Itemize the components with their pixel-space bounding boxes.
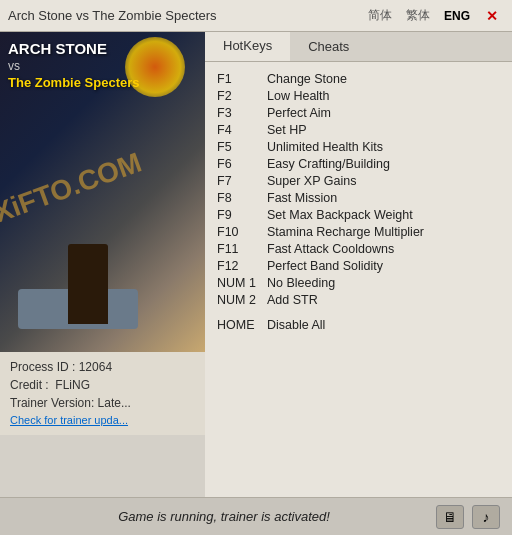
home-hotkey-item: HOMEDisable All bbox=[217, 316, 500, 333]
music-icon-button[interactable]: ♪ bbox=[472, 505, 500, 529]
hotkey-action: Fast Mission bbox=[267, 191, 337, 205]
home-key: HOME bbox=[217, 318, 267, 332]
info-panel: Process ID : 12064 Credit : FLiNG Traine… bbox=[0, 352, 205, 435]
hotkey-key: F7 bbox=[217, 174, 267, 188]
hotkey-action: Perfect Band Solidity bbox=[267, 259, 383, 273]
lang-english[interactable]: ENG bbox=[440, 7, 474, 25]
hotkey-item: F1Change Stone bbox=[217, 70, 500, 87]
process-id: Process ID : 12064 bbox=[10, 360, 195, 374]
hotkey-action: Add STR bbox=[267, 293, 318, 307]
hotkey-item: F2Low Health bbox=[217, 87, 500, 104]
hotkey-action: No Bleeding bbox=[267, 276, 335, 290]
main-content: ARCH STONE vs The Zombie Specters XiFTO.… bbox=[0, 32, 512, 497]
hotkey-key: F2 bbox=[217, 89, 267, 103]
tab-hotkeys[interactable]: HotKeys bbox=[205, 32, 290, 61]
hotkey-action: Change Stone bbox=[267, 72, 347, 86]
update-link[interactable]: Check for trainer upda... bbox=[10, 414, 128, 426]
hotkey-action: Set HP bbox=[267, 123, 307, 137]
hotkey-key: F8 bbox=[217, 191, 267, 205]
hotkey-item: NUM 1No Bleeding bbox=[217, 274, 500, 291]
hotkey-item: F9Set Max Backpack Weight bbox=[217, 206, 500, 223]
hotkey-item: NUM 2Add STR bbox=[217, 291, 500, 308]
status-text: Game is running, trainer is activated! bbox=[12, 509, 436, 524]
hotkey-item: F5Unlimited Health Kits bbox=[217, 138, 500, 155]
window-title: Arch Stone vs The Zombie Specters bbox=[8, 8, 364, 23]
hotkey-item: F7Super XP Gains bbox=[217, 172, 500, 189]
credit-info: Credit : FLiNG bbox=[10, 378, 195, 392]
hotkey-action: Stamina Recharge Multiplier bbox=[267, 225, 424, 239]
language-selector: 简体 繁体 ENG ✕ bbox=[364, 5, 504, 26]
character-element bbox=[68, 244, 108, 324]
hotkey-item: F8Fast Mission bbox=[217, 189, 500, 206]
hotkey-action: Super XP Gains bbox=[267, 174, 356, 188]
hotkey-key: F1 bbox=[217, 72, 267, 86]
hotkey-item: F12Perfect Band Solidity bbox=[217, 257, 500, 274]
hotkey-key: NUM 2 bbox=[217, 293, 267, 307]
status-icons: 🖥 ♪ bbox=[436, 505, 500, 529]
hotkey-key: F4 bbox=[217, 123, 267, 137]
lang-simplified-chinese[interactable]: 简体 bbox=[364, 5, 396, 26]
hotkey-key: F11 bbox=[217, 242, 267, 256]
right-panel: HotKeys Cheats F1Change StoneF2Low Healt… bbox=[205, 32, 512, 497]
hotkey-action: Low Health bbox=[267, 89, 330, 103]
tab-bar: HotKeys Cheats bbox=[205, 32, 512, 62]
hotkey-action: Unlimited Health Kits bbox=[267, 140, 383, 154]
hotkey-item: F6Easy Crafting/Building bbox=[217, 155, 500, 172]
trainer-version: Trainer Version: Late... bbox=[10, 396, 195, 410]
monitor-icon: 🖥 bbox=[443, 509, 457, 525]
hotkey-action: Set Max Backpack Weight bbox=[267, 208, 413, 222]
hotkey-action: Easy Crafting/Building bbox=[267, 157, 390, 171]
hotkey-item: F10Stamina Recharge Multiplier bbox=[217, 223, 500, 240]
left-panel: ARCH STONE vs The Zombie Specters XiFTO.… bbox=[0, 32, 205, 497]
hotkey-key: F5 bbox=[217, 140, 267, 154]
hotkey-item: F11Fast Attack Cooldowns bbox=[217, 240, 500, 257]
hotkey-action: Fast Attack Cooldowns bbox=[267, 242, 394, 256]
credit-label: Credit : bbox=[10, 378, 52, 392]
hotkey-action: Perfect Aim bbox=[267, 106, 331, 120]
credit-value: FLiNG bbox=[55, 378, 90, 392]
hotkey-key: NUM 1 bbox=[217, 276, 267, 290]
hotkey-key: F12 bbox=[217, 259, 267, 273]
hotkey-key: F6 bbox=[217, 157, 267, 171]
status-bar: Game is running, trainer is activated! 🖥… bbox=[0, 497, 512, 535]
hotkey-key: F10 bbox=[217, 225, 267, 239]
hotkey-item: F4Set HP bbox=[217, 121, 500, 138]
hotkey-key: F9 bbox=[217, 208, 267, 222]
music-icon: ♪ bbox=[483, 509, 490, 525]
title-bar: Arch Stone vs The Zombie Specters 简体 繁体 … bbox=[0, 0, 512, 32]
lang-traditional-chinese[interactable]: 繁体 bbox=[402, 5, 434, 26]
game-cover-image: ARCH STONE vs The Zombie Specters bbox=[0, 32, 205, 352]
close-button[interactable]: ✕ bbox=[480, 6, 504, 26]
hotkey-item: F3Perfect Aim bbox=[217, 104, 500, 121]
home-action: Disable All bbox=[267, 318, 325, 332]
monitor-icon-button[interactable]: 🖥 bbox=[436, 505, 464, 529]
hotkey-key: F3 bbox=[217, 106, 267, 120]
explosion-effect bbox=[125, 37, 185, 97]
tab-cheats[interactable]: Cheats bbox=[290, 32, 367, 61]
hotkeys-list: F1Change StoneF2Low HealthF3Perfect AimF… bbox=[205, 62, 512, 497]
